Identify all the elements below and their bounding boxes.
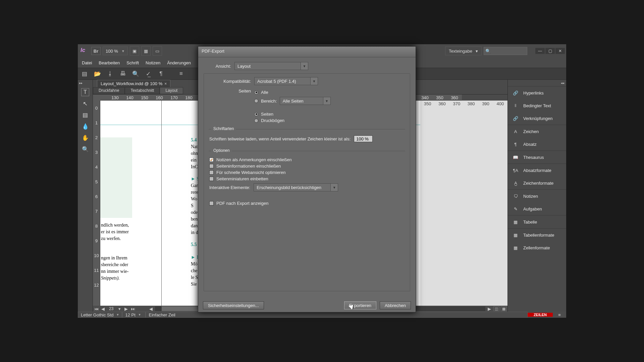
panel-aufgaben[interactable]: ✎Aufgaben [508, 202, 566, 215]
type-tool-icon[interactable]: T [81, 88, 89, 96]
opt-fastweb-checkbox[interactable] [209, 170, 214, 175]
panel-icon: ▦ [512, 245, 519, 251]
print-icon[interactable]: 🖶 [119, 70, 126, 77]
view-tab-story[interactable]: Textabschnitt [125, 87, 160, 94]
view-dropdown[interactable]: Layout▼ [234, 62, 308, 70]
page-chevron-icon[interactable]: ▾ [117, 306, 122, 311]
pages-all-label: Alle [261, 90, 268, 95]
panel-notizen[interactable]: 🗨Notizen [508, 190, 566, 202]
collapse-panels-icon[interactable]: ◂◂ [561, 81, 564, 85]
status-menu-icon[interactable]: ≡ [553, 312, 566, 317]
search-icon: 🔍 [485, 49, 491, 54]
opt-notes-label: Notizen als Anmerkungen einschließen [216, 157, 292, 162]
opt-thumbs-checkbox[interactable] [209, 177, 214, 181]
open-icon[interactable]: 📂 [94, 70, 101, 77]
zoom-tool-icon[interactable]: 🔍 [81, 145, 89, 153]
opt-pageinfo-label: Seiteninformationen einschließen [216, 164, 281, 169]
scroll-left-icon[interactable]: ◀ [148, 306, 154, 311]
view-tab-galley[interactable]: Druckfahne [93, 87, 125, 94]
panel-zeichen[interactable]: AZeichen [508, 125, 566, 138]
panel-thesaurus[interactable]: 📖Thesaurus [508, 151, 566, 164]
note-tool-icon[interactable]: ▤ [81, 111, 89, 119]
spellcheck-icon[interactable]: ✓̲ [145, 70, 152, 77]
fonts-percent-input[interactable]: 100 % [354, 135, 373, 142]
opt-viewafter-label: PDF nach Export anzeigen [216, 201, 268, 206]
prev-page-icon[interactable]: ◀ [100, 306, 106, 311]
view-options-icon[interactable]: ▭ [153, 46, 162, 56]
close-button[interactable]: ✕ [555, 48, 565, 54]
hand-tool-icon[interactable]: ✋ [81, 134, 89, 142]
arrange-docs-icon[interactable]: ▦ [141, 46, 151, 56]
menu-type[interactable]: Schrift [126, 60, 139, 65]
save-icon[interactable]: ⭳ [107, 70, 113, 77]
menu-edit[interactable]: Bearbeiten [99, 60, 120, 65]
panel-label: Tabellenformate [523, 233, 554, 238]
panel-tabelle[interactable]: ▦Tabelle [508, 216, 566, 228]
maximize-button[interactable]: ▢ [545, 48, 555, 54]
menu-notes[interactable]: Notizen [146, 60, 160, 65]
panel-bedingter-text[interactable]: ⫴Bedingter Text [508, 99, 566, 112]
right-panel-dock: ◂◂ 🔗Hyperlinks⫴Bedingter Text🔗Verknüpfun… [507, 80, 566, 312]
close-tab-icon[interactable]: × [164, 81, 167, 86]
minimize-button[interactable]: — [535, 48, 545, 54]
pages-spreads-radio[interactable] [254, 119, 258, 123]
panel-zellenformate[interactable]: ▦Zellenformate [508, 241, 566, 254]
paragraph-style-dropdown[interactable]: Einfacher Zeil [146, 312, 527, 318]
last-page-icon[interactable]: ⏭ [130, 306, 136, 311]
zoom-value: 100 % [106, 49, 118, 54]
menu-toggle-icon[interactable]: ≡ [178, 70, 184, 77]
compat-dropdown[interactable]: Acrobat 5 (PDF 1.4)▼ [254, 77, 318, 85]
section-number: 5.4 [191, 137, 197, 143]
panel-label: Thesaurus [523, 155, 544, 160]
pages-range-radio[interactable] [254, 99, 258, 103]
range-label: Bereich: [261, 99, 277, 104]
font-size-dropdown[interactable]: 12 Pt▼ [122, 312, 146, 318]
pages-radio-label: Seiten [261, 112, 273, 117]
workspace-dropdown[interactable]: Texteingabe ▾ [445, 47, 482, 55]
eyedropper-icon[interactable]: 💧 [81, 122, 89, 130]
screen-mode-icon[interactable]: ▣ [130, 46, 139, 56]
zoom-dropdown[interactable]: 100 % ▼ [103, 47, 128, 55]
interactive-dropdown[interactable]: Erscheinungsbild berücksichtigen▼ [254, 183, 338, 191]
show-hidden-chars-icon[interactable]: ¶ [158, 70, 164, 77]
range-dropdown[interactable]: Alle Seiten▼ [280, 97, 331, 105]
panel-verknüpfungen[interactable]: 🔗Verknüpfungen [508, 112, 566, 125]
pages-label: Seiten [209, 88, 251, 94]
menu-file[interactable]: Datei [82, 60, 92, 65]
app-logo: Ic [79, 47, 89, 55]
panel-zeichenformate[interactable]: A̲Zeichenformate [508, 177, 566, 189]
find-icon[interactable]: 🔍 [132, 70, 139, 77]
pages-all-radio[interactable] [254, 90, 258, 95]
panel-absatz[interactable]: ¶Absatz [508, 138, 566, 150]
menu-changes[interactable]: Änderungen [167, 60, 191, 65]
view-mode-icon[interactable]: ▦ [501, 306, 507, 311]
pages-pages-radio[interactable] [254, 112, 258, 116]
preflight-warning[interactable]: ZEILEN [528, 313, 553, 317]
collapse-tools-icon[interactable]: ▸▸ [79, 81, 83, 85]
new-doc-icon[interactable]: ▤ [81, 70, 88, 77]
help-search-input[interactable]: 🔍 [484, 47, 527, 55]
first-page-icon[interactable]: ⏮ [94, 306, 99, 311]
font-family-dropdown[interactable]: Letter Gothic Std▼ [78, 312, 122, 318]
panel-label: Tabelle [523, 220, 537, 225]
bridge-button[interactable]: Br [91, 47, 101, 55]
document-tab[interactable]: Layout_Workflow.indd @ 100 % × [97, 80, 170, 87]
next-page-icon[interactable]: ▶ [123, 306, 129, 311]
opt-notes-checkbox[interactable] [209, 158, 214, 162]
view-tab-layout[interactable]: Layout [160, 87, 183, 94]
page-number-field[interactable]: 23 [107, 306, 115, 311]
security-settings-button[interactable]: Sicherheitseinstellungen... [203, 301, 264, 309]
cancel-button[interactable]: Abbrechen [380, 301, 411, 309]
panel-tabellenformate[interactable]: ▦Tabellenformate [508, 229, 566, 241]
position-tool-icon[interactable]: ↖ [81, 100, 89, 108]
split-view-icon[interactable]: ◫ [493, 306, 499, 311]
export-button[interactable]: Exportieren [344, 301, 376, 309]
panel-absatzformate[interactable]: ¶AAbsatzformate [508, 164, 566, 177]
scroll-right-icon[interactable]: ▶ [487, 306, 492, 311]
opt-viewafter-checkbox[interactable] [209, 201, 214, 205]
opt-pageinfo-checkbox[interactable] [209, 164, 214, 168]
panel-hyperlinks[interactable]: 🔗Hyperlinks [508, 86, 566, 99]
panel-icon: ¶ [512, 141, 519, 147]
spreads-radio-label: Druckbögen [261, 118, 284, 123]
workspace-label: Texteingabe [449, 49, 472, 54]
